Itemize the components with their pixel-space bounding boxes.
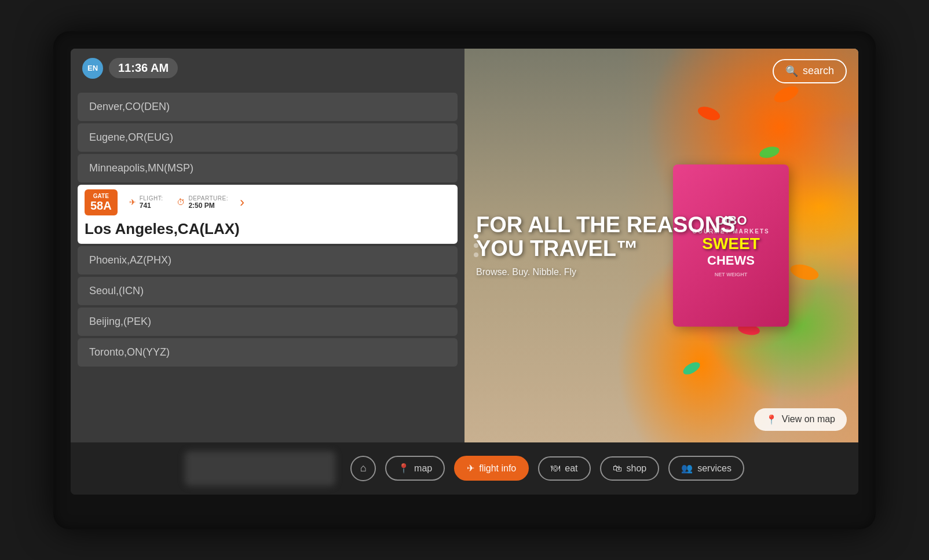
ad-background: CIBO GOURMET MARKETS SWEET CHEWS NET WEI… xyxy=(465,49,858,442)
nav-services-label: services xyxy=(697,463,732,474)
flight-item-beijing[interactable]: Beijing,(PEK) xyxy=(78,308,458,336)
home-icon: ⌂ xyxy=(360,462,367,474)
view-on-map-label: View on map xyxy=(782,414,835,424)
indicator-dot-1[interactable] xyxy=(474,234,478,239)
flight-item-denver[interactable]: Denver,CO(DEN) xyxy=(78,93,458,121)
flight-item-seoul[interactable]: Seoul,(ICN) xyxy=(78,277,458,305)
right-panel: CIBO GOURMET MARKETS SWEET CHEWS NET WEI… xyxy=(465,49,858,442)
lang-badge: EN xyxy=(82,58,103,79)
eat-nav-icon: 🍽 xyxy=(551,463,560,474)
flight-list: Denver,CO(DEN) Eugene,OR(EUG) Minneapoli… xyxy=(71,88,465,442)
departure-meta: ⏱ DEPARTURE: 2:50 PM xyxy=(177,195,228,210)
nav-item-eat[interactable]: 🍽 eat xyxy=(538,456,590,481)
nav-map-label: map xyxy=(414,463,432,474)
bottom-nav: ⌂ 📍 map ✈ flight info 🍽 eat 🛍 shop 👥 ser… xyxy=(71,442,858,495)
services-nav-icon: 👥 xyxy=(681,463,693,474)
flight-label: FLIGHT: xyxy=(140,195,163,202)
flight-number-meta: ✈ FLIGHT: 741 xyxy=(129,195,163,210)
flight-item-lax[interactable]: GATE 58A ✈ FLIGHT: 741 xyxy=(78,185,458,244)
indicator-dot-2[interactable] xyxy=(474,243,478,248)
view-on-map-button[interactable]: 📍 View on map xyxy=(754,408,847,431)
gate-label: GATE xyxy=(90,193,112,199)
departure-time-value: 2:50 PM xyxy=(188,202,228,210)
indicator-dots xyxy=(474,234,478,257)
departure-label: DEPARTURE: xyxy=(188,195,228,202)
search-button[interactable]: 🔍 search xyxy=(773,59,847,83)
left-panel: EN 11:36 AM Denver,CO(DEN) Eugene,OR(EUG… xyxy=(71,49,465,442)
plane-icon: ✈ xyxy=(129,197,136,207)
time-display: 11:36 AM xyxy=(109,58,178,78)
home-button[interactable]: ⌂ xyxy=(350,456,376,481)
header-bar: EN 11:36 AM xyxy=(71,49,465,88)
nav-item-services[interactable]: 👥 services xyxy=(668,456,744,481)
active-row-wrap: GATE 58A ✈ FLIGHT: 741 xyxy=(78,185,458,218)
blurred-logo-area xyxy=(185,451,335,486)
clock-icon: ⏱ xyxy=(177,197,185,207)
nav-item-shop[interactable]: 🛍 shop xyxy=(600,456,660,481)
nav-shop-label: shop xyxy=(627,463,647,474)
gate-badge: GATE 58A xyxy=(85,189,118,215)
flight-item-minneapolis[interactable]: Minneapolis,MN(MSP) xyxy=(78,154,458,182)
main-content: EN 11:36 AM Denver,CO(DEN) Eugene,OR(EUG… xyxy=(71,49,858,442)
ad-text-overlay: FOR ALL THE REASONSYOU TRAVEL™ Browse. B… xyxy=(476,213,736,278)
flight-city-beijing: Beijing,(PEK) xyxy=(89,316,151,328)
flight-nav-icon: ✈ xyxy=(467,463,474,474)
flight-meta: ✈ FLIGHT: 741 ⏱ xyxy=(129,195,228,210)
active-city: Los Angeles,CA(LAX) xyxy=(78,218,458,244)
indicator-dot-3[interactable] xyxy=(474,252,478,257)
flight-item-phoenix[interactable]: Phoenix,AZ(PHX) xyxy=(78,246,458,274)
nav-item-flight-info[interactable]: ✈ flight info xyxy=(454,456,529,481)
nav-item-map[interactable]: 📍 map xyxy=(385,456,445,481)
flight-num-value: 741 xyxy=(140,202,163,210)
flight-city-seoul: Seoul,(ICN) xyxy=(89,285,144,297)
tv-frame: EN 11:36 AM Denver,CO(DEN) Eugene,OR(EUG… xyxy=(53,31,876,529)
ad-subline: Browse. Buy. Nibble. Fly xyxy=(476,267,736,277)
flight-city-toronto: Toronto,ON(YYZ) xyxy=(89,346,170,358)
nav-flight-label: flight info xyxy=(479,463,516,474)
flight-item-eugene[interactable]: Eugene,OR(EUG) xyxy=(78,123,458,152)
flight-city-eugene: Eugene,OR(EUG) xyxy=(89,131,173,144)
flight-item-toronto[interactable]: Toronto,ON(YYZ) xyxy=(78,338,458,367)
chevron-right-icon: › xyxy=(240,194,251,210)
search-label: search xyxy=(803,65,834,77)
search-icon: 🔍 xyxy=(785,65,798,78)
active-header: GATE 58A ✈ FLIGHT: 741 xyxy=(78,185,258,218)
tv-screen: EN 11:36 AM Denver,CO(DEN) Eugene,OR(EUG… xyxy=(71,49,858,495)
ad-headline: FOR ALL THE REASONSYOU TRAVEL™ xyxy=(476,213,736,262)
map-pin-icon: 📍 xyxy=(766,414,777,425)
shop-nav-icon: 🛍 xyxy=(613,463,622,474)
nav-eat-label: eat xyxy=(565,463,577,474)
flight-city-phoenix: Phoenix,AZ(PHX) xyxy=(89,254,171,266)
map-nav-icon: 📍 xyxy=(398,463,409,474)
flight-city-minneapolis: Minneapolis,MN(MSP) xyxy=(89,162,193,174)
flight-city-denver: Denver,CO(DEN) xyxy=(89,101,170,113)
gate-number: 58A xyxy=(90,199,112,212)
